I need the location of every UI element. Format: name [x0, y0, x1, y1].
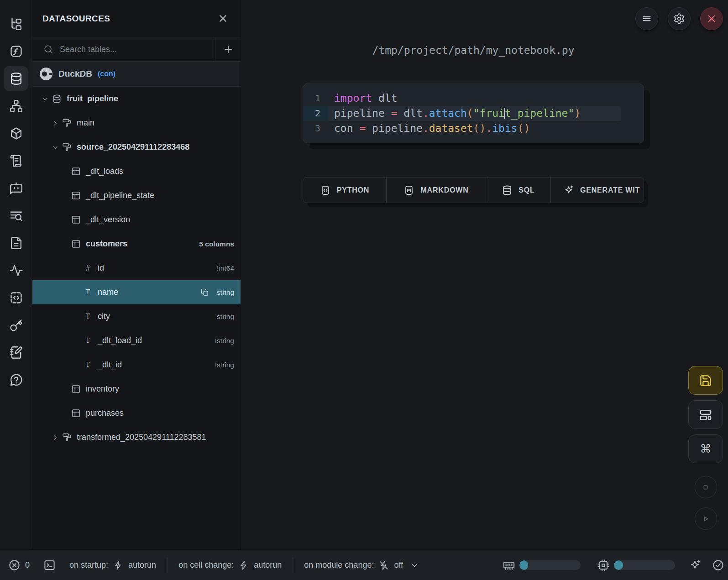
line-number: 2 — [303, 106, 328, 121]
add-python-cell-button[interactable]: PYTHON — [303, 178, 387, 203]
rail-scroll-button[interactable] — [4, 148, 28, 173]
menu-button[interactable] — [635, 7, 658, 30]
zap-off-icon — [379, 560, 389, 570]
chevron-right-icon — [51, 119, 59, 127]
menu-icon — [641, 13, 653, 25]
rail-file-tree-button[interactable] — [4, 11, 28, 36]
tree-row-customers[interactable]: customers5 columns — [32, 232, 241, 256]
copy-icon — [200, 288, 209, 297]
add-markdown-cell-button[interactable]: MARKDOWN — [387, 178, 486, 203]
on-startup-setting[interactable]: on startup:autorun — [69, 560, 156, 570]
table-icon — [71, 408, 81, 418]
activity-bar — [0, 0, 32, 550]
bot-icon — [9, 181, 23, 195]
errors-indicator[interactable]: 0 — [8, 559, 30, 571]
scroll-icon — [9, 154, 23, 168]
text-icon: T — [83, 312, 93, 321]
tree-row-_dlt_pipeline_state[interactable]: _dlt_pipeline_state — [32, 183, 241, 208]
cpu-usage-gauge — [614, 560, 675, 570]
ram-icon — [503, 559, 515, 572]
rail-file-text-button[interactable] — [4, 230, 28, 255]
keyboard-shortcuts-button[interactable]: ⌘ — [688, 434, 723, 463]
rail-bot-button[interactable] — [4, 176, 28, 200]
search-icon — [43, 44, 53, 54]
search-input[interactable] — [53, 45, 215, 54]
rail-function-button[interactable] — [4, 39, 28, 63]
connection-alias: (con) — [98, 70, 115, 78]
terminal-icon — [43, 559, 56, 571]
settings-button[interactable] — [668, 7, 691, 30]
generate-with-ai-label: GENERATE WIT — [580, 186, 640, 194]
connection-row[interactable]: DuckDB (con) — [32, 62, 241, 87]
text-icon: T — [83, 336, 93, 345]
schema-icon — [62, 142, 72, 152]
tree-label: _dlt_loads — [86, 167, 123, 176]
file-path: /tmp/project/path/my_notebook.py — [303, 44, 644, 56]
status-bar: 0 on startup:autorunon cell change:autor… — [0, 550, 728, 580]
run-button[interactable] — [695, 507, 717, 530]
tree-row-purchases[interactable]: purchases — [32, 401, 241, 425]
code-editor[interactable]: 1import dlt2pipeline = dlt.attach("fruit… — [303, 84, 644, 143]
tree-label: city — [98, 312, 110, 321]
tree-row-_dlt_id[interactable]: T_dlt_id!string — [32, 353, 241, 377]
on-module-change-setting[interactable]: on module change:off — [304, 560, 419, 570]
tree-row-id[interactable]: #id!int64 — [32, 256, 241, 280]
database-icon — [52, 94, 62, 104]
tree-row-fruit_pipeline[interactable]: fruit_pipeline — [32, 87, 241, 111]
save-icon — [699, 374, 712, 387]
terminal-button[interactable] — [43, 559, 56, 571]
chevron-down-icon — [410, 561, 419, 570]
setting-label: on startup: — [69, 560, 108, 570]
connection-name: DuckDB — [58, 69, 92, 79]
table-icon — [71, 239, 81, 249]
on-cell-change-setting[interactable]: on cell change:autorun — [178, 560, 282, 570]
add-sql-cell-button[interactable]: SQL — [486, 178, 551, 203]
divider — [293, 558, 293, 573]
rail-database-button[interactable] — [4, 66, 28, 91]
stop-button[interactable] — [695, 476, 717, 498]
rail-key-button[interactable] — [4, 313, 28, 337]
panel-close-button[interactable] — [217, 13, 229, 24]
rail-notebook-pen-button[interactable] — [4, 340, 28, 365]
rail-package-button[interactable] — [4, 121, 28, 146]
help-icon — [9, 373, 23, 387]
save-button[interactable] — [688, 366, 723, 395]
ai-assistant-button[interactable] — [689, 559, 701, 571]
code-square-icon — [9, 291, 23, 305]
layout-button[interactable] — [688, 400, 723, 429]
tree-row-_dlt_load_id[interactable]: T_dlt_load_id!string — [32, 329, 241, 353]
add-datasource-button[interactable] — [215, 37, 241, 61]
hash-icon: # — [83, 263, 93, 273]
tree-row-main[interactable]: main — [32, 111, 241, 135]
rail-help-button[interactable] — [4, 367, 28, 392]
code-badge-icon — [320, 185, 331, 196]
tree-label: inventory — [86, 384, 119, 394]
tree-row-source_202504291112283468[interactable]: source_202504291112283468 — [32, 135, 241, 159]
code-text: con = pipeline.dataset().ibis() — [328, 121, 530, 136]
tree-row-name[interactable]: Tnamestring — [32, 280, 241, 304]
workflow-icon — [9, 99, 23, 113]
notebook-pen-icon — [9, 345, 23, 360]
rail-code-square-button[interactable] — [4, 285, 28, 310]
rail-activity-button[interactable] — [4, 258, 28, 282]
tree-row-_dlt_version[interactable]: _dlt_version — [32, 208, 241, 232]
cpu-icon — [597, 559, 610, 572]
rail-list-search-button[interactable] — [4, 203, 28, 228]
connection-status-button[interactable] — [712, 559, 724, 571]
rail-workflow-button[interactable] — [4, 94, 28, 118]
search-row — [32, 37, 241, 62]
memory-usage-gauge — [519, 560, 581, 570]
database-icon — [502, 185, 513, 196]
add-sql-cell-label: SQL — [519, 186, 534, 194]
tree-row-transformed_202504291112283581[interactable]: transformed_202504291112283581 — [32, 425, 241, 449]
close-button[interactable] — [700, 7, 723, 30]
line-number: 1 — [303, 91, 328, 106]
tree-row-city[interactable]: Tcitystring — [32, 304, 241, 329]
setting-value: autorun — [254, 560, 282, 570]
generate-with-ai-button[interactable]: GENERATE WIT — [551, 178, 644, 203]
setting-label: on cell change: — [178, 560, 234, 570]
tree-row-_dlt_loads[interactable]: _dlt_loads — [32, 159, 241, 183]
app-window: DATASOURCES DuckDB (con) fruit_pipelinem… — [0, 0, 728, 580]
sparkles-icon — [689, 559, 701, 571]
tree-row-inventory[interactable]: inventory — [32, 377, 241, 401]
